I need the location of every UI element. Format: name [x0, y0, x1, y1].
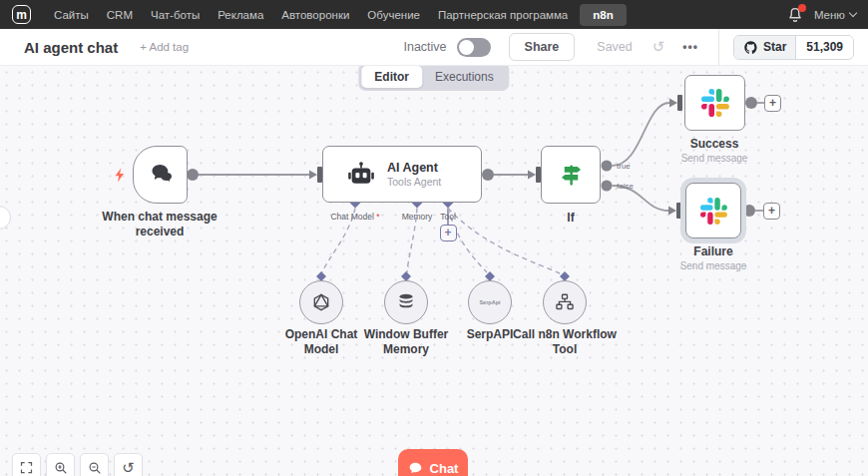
- node-ai-agent[interactable]: AI Agent Tools Agent: [322, 146, 482, 203]
- nav-item-funnels[interactable]: Автоворонки: [272, 4, 358, 26]
- tab-editor[interactable]: Editor: [361, 66, 422, 88]
- toolbar-divider: [718, 29, 719, 66]
- sidebar-expand-button[interactable]: [0, 206, 11, 230]
- zoom-in-icon: [53, 460, 69, 476]
- github-icon: [743, 40, 758, 55]
- user-menu-label: Меню: [814, 9, 845, 21]
- add-node-after-failure-button[interactable]: +: [763, 203, 780, 220]
- node-label-failure: Failure Send message: [653, 244, 773, 273]
- notification-badge: [798, 4, 806, 12]
- reset-zoom-icon: ↺: [122, 459, 135, 476]
- lightning-trigger-icon: [112, 166, 129, 185]
- add-tag-button[interactable]: + Add tag: [140, 41, 189, 53]
- node-success[interactable]: [684, 75, 745, 131]
- node-label-success: Success Send message: [654, 137, 774, 166]
- node-chat-trigger[interactable]: [133, 146, 188, 204]
- top-navigation-bar: m Сайты CRM Чат-боты Реклама Автоворонки…: [0, 0, 868, 29]
- slack-icon: [700, 198, 727, 225]
- subnode-serpapi[interactable]: SerpApi: [468, 280, 512, 324]
- workflow-toolbar: AI agent chat + Add tag Inactive Share S…: [0, 29, 868, 66]
- github-star-label: Star: [763, 40, 786, 54]
- open-chat-button[interactable]: Chat: [398, 449, 468, 476]
- node-label-chat-trigger: When chat message received: [95, 210, 224, 239]
- port-chat-model-text: Chat Model: [330, 212, 373, 222]
- nav-item-partner-program[interactable]: Партнерская программа: [429, 4, 577, 26]
- node-if[interactable]: [541, 146, 601, 204]
- nav-item-education[interactable]: Обучение: [358, 4, 429, 26]
- chat-button-label: Chat: [430, 461, 459, 476]
- node-label-if: If: [541, 211, 601, 226]
- failure-subtitle: Send message: [653, 260, 773, 273]
- ai-agent-title: AI Agent: [387, 161, 441, 175]
- app-logo[interactable]: m: [12, 5, 31, 24]
- subnode-window-buffer-memory[interactable]: [384, 280, 428, 324]
- share-button[interactable]: Share: [509, 33, 576, 61]
- required-asterisk: *: [376, 212, 379, 222]
- chat-bubbles-icon: [149, 163, 177, 187]
- nav-item-ads[interactable]: Реклама: [209, 4, 272, 26]
- database-icon: [395, 291, 417, 313]
- github-star-count: 51,309: [796, 36, 853, 58]
- reset-zoom-button[interactable]: ↺: [114, 453, 143, 476]
- port-label-chat-model: Chat Model *: [320, 212, 390, 222]
- sitemap-icon: [554, 291, 576, 313]
- add-tool-button[interactable]: +: [440, 225, 457, 241]
- success-title: Success: [654, 137, 774, 152]
- output-label-true: true: [617, 162, 631, 171]
- slack-icon: [701, 89, 729, 117]
- active-toggle[interactable]: [457, 38, 491, 57]
- add-node-after-success-button[interactable]: +: [764, 95, 781, 112]
- notifications-bell-icon[interactable]: [786, 6, 804, 24]
- output-label-false: false: [617, 182, 634, 191]
- workflow-title[interactable]: AI agent chat: [24, 39, 118, 56]
- history-icon[interactable]: ↺: [652, 38, 665, 56]
- success-subtitle: Send message: [654, 153, 774, 166]
- nav-item-chatbots[interactable]: Чат-боты: [142, 4, 209, 26]
- nav-item-crm[interactable]: CRM: [98, 4, 142, 26]
- port-label-tool: Tool: [413, 212, 483, 222]
- ai-agent-subtitle: Tools Agent: [387, 176, 441, 188]
- fit-view-icon: [19, 460, 34, 475]
- editor-tabs: Editor Executions: [358, 66, 509, 91]
- subnode-openai-chat-model[interactable]: [299, 280, 343, 324]
- chat-icon: [408, 461, 423, 475]
- zoom-out-icon: [87, 460, 103, 476]
- chevron-down-icon: [849, 9, 857, 17]
- workflow-canvas[interactable]: Editor Executions: [0, 66, 868, 476]
- subnode-label-call-n8n: Call n8n Workflow Tool: [510, 327, 620, 357]
- user-menu-dropdown[interactable]: Меню: [814, 9, 856, 21]
- zoom-in-button[interactable]: [46, 453, 75, 476]
- zoom-out-button[interactable]: [80, 453, 109, 476]
- tab-executions[interactable]: Executions: [422, 66, 507, 88]
- nav-item-sites[interactable]: Сайты: [45, 4, 98, 26]
- nav-item-n8n[interactable]: n8n: [580, 4, 626, 26]
- active-status-label: Inactive: [403, 40, 446, 54]
- more-options-button[interactable]: •••: [682, 40, 698, 54]
- openai-icon: [310, 291, 332, 313]
- saved-status-label: Saved: [597, 40, 632, 54]
- node-failure[interactable]: [685, 183, 741, 238]
- toggle-knob: [459, 40, 474, 55]
- serpapi-badge: SerpApi: [479, 299, 500, 305]
- fit-view-button[interactable]: [12, 453, 41, 476]
- subnode-call-n8n-workflow[interactable]: [543, 280, 587, 324]
- failure-title: Failure: [653, 244, 773, 259]
- github-star-widget[interactable]: Star 51,309: [733, 35, 854, 60]
- signpost-icon: [558, 162, 585, 189]
- robot-icon: [346, 161, 376, 189]
